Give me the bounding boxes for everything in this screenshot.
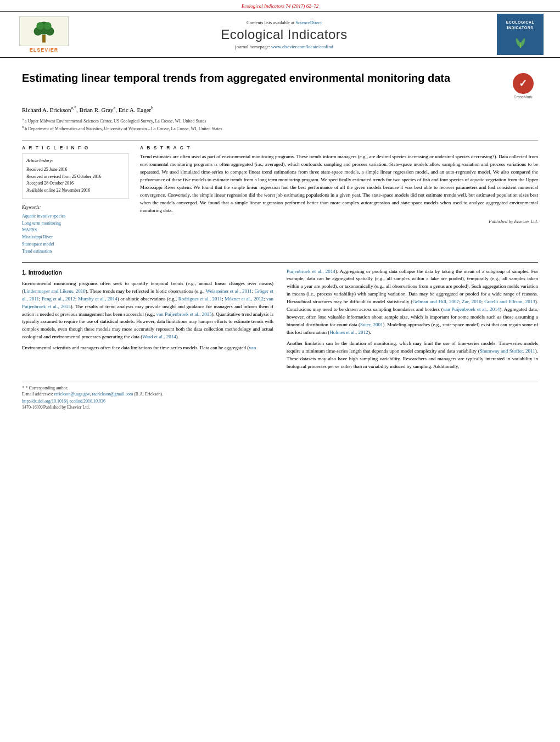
- intro-heading: 1. Introduction: [22, 268, 273, 277]
- journal-header: ELSEVIER Contents lists available at Sci…: [0, 11, 560, 58]
- crossmark-icon: ✓: [513, 73, 534, 94]
- ref-vanpuijen3[interactable]: van Puijenbroek et al., 2014: [443, 306, 500, 312]
- abstract-column: A B S T R A C T Trend estimates are ofte…: [140, 145, 538, 255]
- doi-line[interactable]: http://dx.doi.org/10.1016/j.ecolind.2016…: [22, 399, 538, 404]
- journal-name-heading: Ecological Indicators: [82, 27, 486, 42]
- received-revised-date: Received in revised form 25 October 2016: [26, 174, 125, 181]
- abstract-text: Trend estimates are often used as part o…: [140, 153, 538, 215]
- ref-van-short[interactable]: van: [249, 345, 256, 350]
- keyword-1: Aquatic invasive species: [22, 213, 129, 220]
- ref-murphy[interactable]: Murphy et al., 2014: [78, 296, 117, 302]
- footnote-section: * * Corresponding author. E-mail address…: [22, 382, 538, 410]
- affil-sup-b: b: [151, 105, 153, 110]
- issn-line: 1470-160X/Published by Elsevier Ltd.: [22, 405, 538, 410]
- doi-link[interactable]: http://dx.doi.org/10.1016/j.ecolind.2016…: [22, 399, 105, 404]
- keyword-5: State-space model: [22, 241, 129, 248]
- ref-holmes[interactable]: Holmes et al., 2012: [329, 330, 368, 335]
- article-title-section: Estimating linear temporal trends from a…: [22, 71, 538, 101]
- ref-zar[interactable]: Zar, 2010: [462, 299, 481, 304]
- keyword-2: Long term monitoring: [22, 220, 129, 227]
- main-divider: [22, 262, 538, 263]
- author-gray: Brian R. Gray: [80, 107, 114, 113]
- article-body: A R T I C L E I N F O Article history: R…: [22, 140, 538, 255]
- intro-para4: Another limitation can be the duration o…: [287, 340, 538, 371]
- abstract-heading: A B S T R A C T: [140, 145, 538, 150]
- affiliation-b: b b Department of Mathematics and Statis…: [22, 124, 538, 132]
- article-history-label: Article history:: [26, 158, 125, 165]
- intro-para1: Environmental monitoring programs often …: [22, 280, 273, 342]
- email-link-2[interactable]: raerickson@gmail.com: [92, 392, 133, 397]
- svg-point-5: [36, 22, 44, 30]
- ref-gelman[interactable]: Gelman and Hill, 2007: [412, 299, 459, 304]
- keywords-list: Aquatic invasive species Long term monit…: [22, 213, 129, 255]
- keyword-4: Mississippi River: [22, 234, 129, 241]
- elsevier-label: ELSEVIER: [30, 47, 59, 53]
- author-eager: Eric A. Eager: [119, 107, 152, 113]
- ref-suter[interactable]: Suter, 2001: [360, 322, 383, 327]
- ref-mozner[interactable]: Mózner et al., 2012: [225, 296, 264, 302]
- ref-rodrigues[interactable]: Rodrigues et al., 2011: [178, 296, 222, 302]
- keyword-6: Trend estimation: [22, 248, 129, 255]
- intro-para3: Puijenbroek et al., 2014). Aggregating o…: [287, 268, 538, 337]
- corresponding-author-note: * * Corresponding author.: [22, 385, 538, 390]
- keyword-3: MARSS: [22, 227, 129, 234]
- author-erickson: Richard A. Erickson: [22, 107, 71, 113]
- intro-right-col: Puijenbroek et al., 2014). Aggregating o…: [287, 268, 538, 374]
- star-symbol: *: [22, 385, 25, 390]
- email-link-1[interactable]: rerickson@usgs.gov: [54, 392, 90, 397]
- published-by: Published by Elsevier Ltd.: [140, 219, 538, 224]
- introduction-section: 1. Introduction Environmental monitoring…: [22, 268, 538, 374]
- svg-point-6: [44, 22, 52, 30]
- journal-center-header: Contents lists available at ScienceDirec…: [71, 20, 497, 49]
- sciencedirect-link[interactable]: ScienceDirect: [295, 20, 322, 25]
- main-content: Estimating linear temporal trends from a…: [0, 59, 560, 416]
- article-info-heading: A R T I C L E I N F O: [22, 145, 129, 150]
- ref-vanpuijen2[interactable]: van Puijenbroek et al., 2015: [156, 311, 212, 317]
- intro-para2: Environmental scientists and managers of…: [22, 344, 273, 352]
- contents-available-line: Contents lists available at ScienceDirec…: [82, 20, 486, 25]
- authors-line: Richard A. Ericksona,*, Brian R. Graya, …: [22, 105, 538, 113]
- journal-homepage-line: journal homepage: www.elsevier.com/locat…: [82, 44, 486, 49]
- article-info-column: A R T I C L E I N F O Article history: R…: [22, 145, 129, 255]
- crossmark-label: CrossMark: [514, 95, 533, 99]
- crossmark-badge[interactable]: ✓ CrossMark: [508, 71, 538, 101]
- ref-lindenmayer[interactable]: Lindenmayer and Likens, 2010: [24, 288, 86, 294]
- accepted-date: Accepted 28 October 2016: [26, 180, 125, 187]
- homepage-link[interactable]: www.elsevier.com/locate/ecolind: [271, 44, 333, 49]
- ref-peng[interactable]: Peng et al., 2012: [42, 296, 75, 302]
- ref-puijenbroek-2014[interactable]: Puijenbroek et al., 2014: [287, 269, 335, 274]
- article-title: Estimating linear temporal trends from a…: [22, 71, 450, 85]
- elsevier-tree-image: [19, 16, 69, 46]
- ecological-indicators-logo: ECOLOGICAL INDICATORS: [497, 14, 544, 55]
- received-date: Received 25 June 2016: [26, 166, 125, 174]
- journal-citation: Ecological Indicators 74 (2017) 62–72: [0, 0, 560, 10]
- ref-ward[interactable]: Ward et al., 2014: [142, 334, 176, 339]
- ref-gotelli[interactable]: Gotelli and Ellison, 2013: [484, 299, 535, 304]
- ref-weissteiner[interactable]: Weissteiner et al., 2011: [206, 288, 252, 294]
- ref-shumway[interactable]: Shumway and Stoffer, 2011: [480, 348, 535, 354]
- email-line: E-mail addresses: rerickson@usgs.gov, ra…: [22, 392, 538, 397]
- intro-left-col: 1. Introduction Environmental monitoring…: [22, 268, 273, 374]
- article-history-box: Article history: Received 25 June 2016 R…: [22, 153, 129, 199]
- elsevier-logo-left: ELSEVIER: [16, 16, 71, 53]
- keywords-box: Keywords: Aquatic invasive species Long …: [22, 204, 129, 255]
- keywords-heading: Keywords:: [22, 204, 129, 211]
- affiliations-section: a a Upper Midwest Environmental Sciences…: [22, 116, 538, 132]
- affiliation-a: a a Upper Midwest Environmental Sciences…: [22, 116, 538, 125]
- available-online-date: Available online 22 November 2016: [26, 187, 125, 194]
- svg-rect-1: [42, 35, 46, 43]
